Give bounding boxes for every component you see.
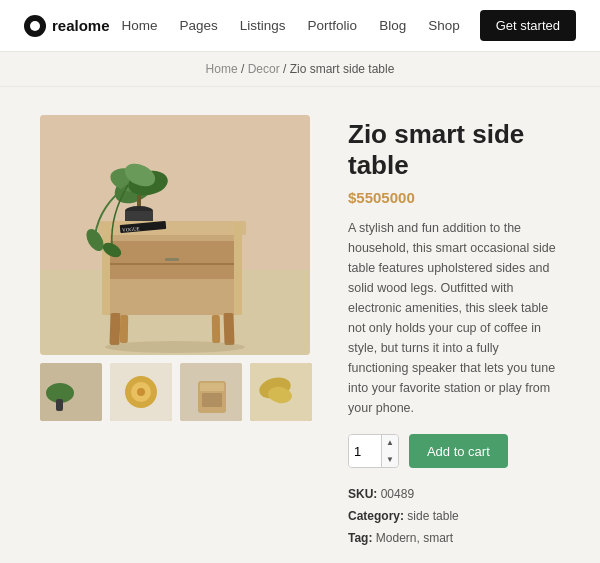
svg-point-34	[137, 388, 145, 396]
nav-links: Home Pages Listings Portfolio Blog Shop	[122, 18, 460, 33]
sku-value: 00489	[381, 487, 414, 501]
add-to-cart-row: ▲ ▼ Add to cart	[348, 434, 560, 468]
breadcrumb-decor[interactable]: Decor	[248, 62, 280, 76]
quantity-input[interactable]: ▲ ▼	[348, 434, 399, 468]
quantity-down-button[interactable]: ▼	[382, 451, 398, 468]
nav-listings[interactable]: Listings	[240, 18, 286, 33]
thumbnail-row	[40, 363, 312, 421]
breadcrumb-sep1: /	[241, 62, 248, 76]
product-meta: SKU: 00489 Category: side table Tag: Mod…	[348, 484, 560, 549]
nav-pages[interactable]: Pages	[180, 18, 218, 33]
navbar: realome Home Pages Listings Portfolio Bl…	[0, 0, 600, 52]
product-title: Zio smart side table	[348, 119, 560, 181]
product-image-svg: VOGUE	[40, 115, 310, 355]
product-info: Zio smart side table $5505000 A stylish …	[348, 115, 560, 549]
svg-rect-38	[202, 393, 222, 407]
logo-icon	[24, 15, 46, 37]
thumbnail-1[interactable]	[40, 363, 102, 421]
breadcrumb: Home / Decor / Zio smart side table	[0, 52, 600, 87]
svg-rect-16	[165, 258, 179, 261]
breadcrumb-sep2: /	[283, 62, 290, 76]
thumbnail-2[interactable]	[110, 363, 172, 421]
svg-rect-20	[234, 223, 242, 315]
quantity-arrows: ▲ ▼	[381, 434, 398, 468]
quantity-up-button[interactable]: ▲	[382, 434, 398, 451]
product-images: VOGUE	[40, 115, 312, 549]
svg-point-25	[105, 341, 245, 353]
product-description: A stylish and fun addition to the househ…	[348, 218, 560, 418]
tag-value: Modern, smart	[376, 531, 453, 545]
svg-rect-24	[212, 315, 220, 343]
main-product-image[interactable]: VOGUE	[40, 115, 310, 355]
category-label: Category:	[348, 509, 404, 523]
nav-home[interactable]: Home	[122, 18, 158, 33]
add-to-cart-button[interactable]: Add to cart	[409, 434, 508, 468]
svg-rect-22	[223, 313, 234, 345]
thumbnail-3[interactable]	[180, 363, 242, 421]
thumbnail-4[interactable]	[250, 363, 312, 421]
sku-row: SKU: 00489	[348, 484, 560, 506]
tag-row: Tag: Modern, smart	[348, 528, 560, 550]
category-row: Category: side table	[348, 506, 560, 528]
category-value: side table	[407, 509, 458, 523]
product-price: $5505000	[348, 189, 560, 206]
svg-rect-15	[108, 263, 238, 265]
logo[interactable]: realome	[24, 15, 110, 37]
svg-rect-19	[102, 223, 110, 315]
nav-shop[interactable]: Shop	[428, 18, 460, 33]
quantity-field[interactable]	[349, 435, 381, 467]
svg-point-0	[30, 21, 40, 31]
breadcrumb-current: Zio smart side table	[290, 62, 395, 76]
svg-rect-23	[120, 315, 128, 343]
svg-rect-30	[56, 399, 63, 411]
svg-rect-37	[200, 383, 224, 391]
nav-portfolio[interactable]: Portfolio	[308, 18, 358, 33]
logo-text: realome	[52, 17, 110, 34]
breadcrumb-home[interactable]: Home	[206, 62, 238, 76]
svg-rect-21	[109, 313, 120, 345]
tag-label: Tag:	[348, 531, 372, 545]
product-section: VOGUE	[0, 87, 600, 563]
sku-label: SKU:	[348, 487, 377, 501]
nav-blog[interactable]: Blog	[379, 18, 406, 33]
get-started-button[interactable]: Get started	[480, 10, 576, 41]
